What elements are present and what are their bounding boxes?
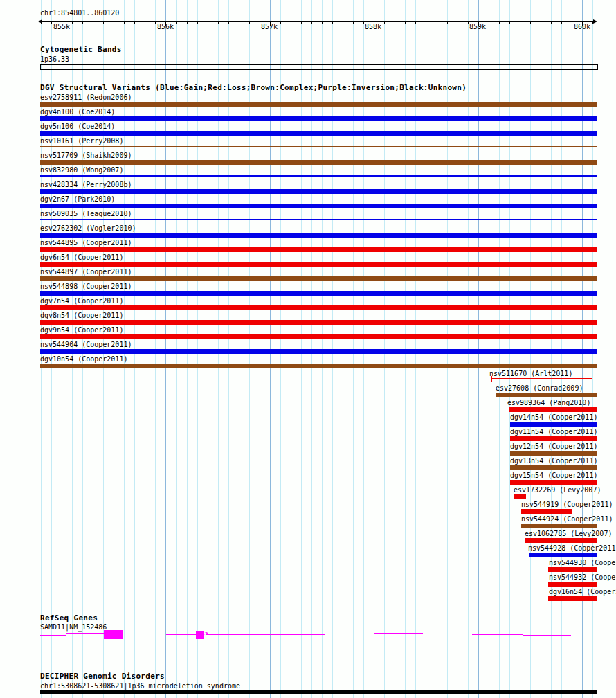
ruler-tick — [41, 21, 42, 24]
ruler-tick — [415, 21, 416, 24]
variant-label[interactable]: dgv9n54 (Cooper2011) — [40, 326, 123, 334]
gene-direction-arrow-icon: > — [204, 629, 208, 636]
gene-intron-line — [206, 634, 325, 635]
variant-label[interactable]: dgv14n54 (Cooper2011) — [510, 413, 597, 421]
gene-intron-line — [123, 636, 166, 636]
variant-bar[interactable] — [514, 494, 526, 499]
variant-bar[interactable] — [40, 233, 597, 238]
ruler-tick — [134, 21, 135, 24]
variant-label[interactable]: nsv509035 (Teague2010) — [40, 210, 132, 217]
variant-label[interactable]: nsv544924 (Cooper2011) — [521, 515, 613, 523]
variant-bar[interactable] — [510, 436, 597, 441]
ruler-tick — [405, 21, 406, 24]
variant-bar[interactable] — [40, 160, 597, 165]
variant-label[interactable]: nsv544898 (Cooper2011) — [40, 283, 132, 290]
ruler-tick-label: 857k — [254, 23, 284, 30]
variant-label[interactable]: dgv13n54 (Cooper2011) — [510, 457, 597, 465]
variant-label[interactable]: esv989364 (Pang2010) — [507, 399, 590, 406]
variant-bar[interactable] — [548, 582, 597, 587]
variant-start-tick[interactable] — [491, 376, 492, 382]
variant-label[interactable]: nsv544904 (Cooper2011) — [40, 341, 132, 348]
dgv-heading: DGV Structural Variants (Blue:Gain;Red:L… — [40, 84, 466, 92]
variant-label[interactable]: esv2758911 (Redon2006) — [40, 93, 132, 101]
variant-bar[interactable] — [510, 451, 597, 456]
variant-label[interactable]: dgv10n54 (Cooper2011) — [40, 355, 127, 363]
variant-bar[interactable] — [491, 378, 592, 379]
variant-label[interactable]: dgv5n100 (Coe2014) — [40, 123, 115, 130]
variant-label[interactable]: dgv16n54 (Cooper2011) — [549, 588, 616, 596]
variant-bar[interactable] — [40, 102, 597, 107]
variant-label[interactable]: dgv7n54 (Cooper2011) — [40, 297, 123, 305]
ruler-tick-label: 860k — [567, 23, 597, 30]
cytobands-heading: Cytogenetic Bands — [40, 46, 122, 54]
variant-bar[interactable] — [510, 422, 597, 427]
ruler-tick — [509, 21, 510, 24]
variant-bar[interactable] — [40, 291, 597, 296]
ruler-tick — [197, 21, 198, 24]
variant-bar[interactable] — [525, 538, 597, 543]
variant-label[interactable]: dgv2n67 (Park2010) — [40, 195, 115, 203]
cytoband-label: 1p36.33 — [40, 55, 69, 63]
variant-label[interactable]: dgv8n54 (Cooper2011) — [40, 312, 123, 319]
ruler-tick — [187, 21, 188, 24]
variant-label[interactable]: esv2762302 (Vogler2010) — [40, 224, 136, 232]
variant-bar[interactable] — [40, 320, 597, 325]
variant-label[interactable]: esv1062785 (Levy2007) — [525, 530, 612, 537]
variant-label[interactable]: nsv544919 (Cooper2011) — [521, 501, 613, 508]
disorder-bar[interactable] — [40, 690, 597, 694]
variant-label[interactable]: dgv4n100 (Coe2014) — [40, 108, 115, 116]
variant-label[interactable]: dgv6n54 (Cooper2011) — [40, 253, 123, 261]
gene-exon[interactable] — [104, 630, 123, 639]
variant-label[interactable]: esv27608 (Conrad2009) — [496, 384, 583, 392]
variant-label[interactable]: dgv15n54 (Cooper2011) — [510, 472, 597, 479]
variant-bar[interactable] — [40, 219, 597, 220]
variant-bar[interactable] — [40, 349, 597, 354]
gene-intron-line — [571, 636, 597, 636]
variant-bar[interactable] — [40, 305, 597, 310]
variant-bar[interactable] — [40, 204, 597, 208]
ruler-tick — [114, 21, 114, 24]
variant-label[interactable]: nsv517709 (Shaikh2009) — [40, 152, 132, 159]
variant-bar[interactable] — [548, 596, 597, 601]
gene-intron-line — [40, 635, 66, 636]
ruler-tick — [145, 21, 145, 24]
ruler-tick-label: 859k — [462, 23, 493, 30]
ruler-tick — [311, 21, 312, 24]
variant-bar[interactable] — [521, 524, 597, 528]
variant-bar[interactable] — [40, 364, 597, 368]
variant-bar[interactable] — [40, 131, 597, 136]
ruler-tick — [426, 21, 426, 24]
variant-label[interactable]: nsv544930 (Cooper2011) — [549, 559, 616, 566]
variant-bar[interactable] — [548, 567, 597, 572]
variant-label[interactable]: nsv428334 (Perry2008b) — [40, 181, 132, 188]
variant-bar[interactable] — [40, 116, 597, 121]
variant-bar[interactable] — [509, 407, 597, 412]
variant-bar[interactable] — [496, 393, 597, 397]
variant-bar[interactable] — [521, 509, 572, 514]
variant-bar[interactable] — [529, 553, 597, 557]
gene-intron-line — [472, 634, 523, 635]
variant-bar[interactable] — [40, 262, 597, 267]
variant-bar[interactable] — [510, 480, 597, 485]
variant-label[interactable]: nsv511670 (Arlt2011) — [489, 370, 572, 377]
variant-label[interactable]: nsv544928 (Cooper2011) — [528, 544, 616, 552]
variant-bar[interactable] — [40, 175, 597, 177]
variant-bar[interactable] — [510, 465, 597, 470]
variant-label[interactable]: nsv544897 (Cooper2011) — [40, 268, 132, 276]
variant-bar[interactable] — [40, 189, 597, 194]
variant-bar[interactable] — [40, 276, 597, 281]
variant-bar[interactable] — [40, 334, 597, 339]
variant-bar[interactable] — [40, 146, 597, 147]
variant-label[interactable]: nsv10161 (Perry2008) — [40, 137, 123, 145]
variant-label[interactable]: nsv832980 (Wong2007) — [40, 166, 123, 174]
variant-label[interactable]: dgv11n54 (Cooper2011) — [510, 428, 597, 436]
ruler-tick — [301, 21, 302, 24]
ruler-tick — [437, 21, 437, 24]
variant-label[interactable]: nsv544895 (Cooper2011) — [40, 239, 132, 247]
variant-label[interactable]: nsv544932 (Cooper2011) — [549, 573, 616, 581]
ruler-tick — [228, 21, 229, 24]
variant-bar[interactable] — [40, 247, 597, 252]
variant-label[interactable]: esv1732269 (Levy2007) — [514, 486, 601, 494]
variant-label[interactable]: dgv12n54 (Cooper2011) — [510, 442, 597, 450]
gene-exon[interactable] — [196, 631, 204, 639]
